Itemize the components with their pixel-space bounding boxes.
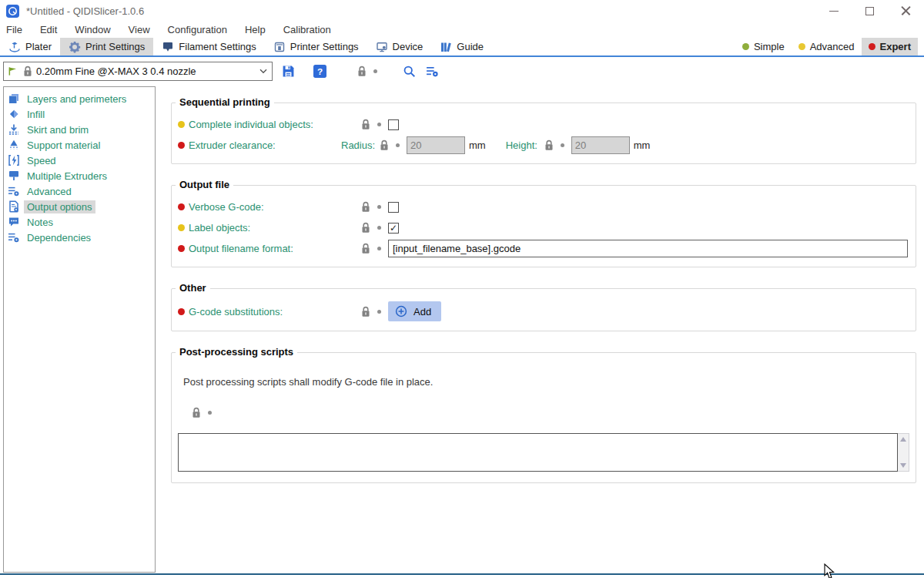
revert-dot-icon <box>208 411 212 415</box>
tab-guide[interactable]: Guide <box>431 38 492 55</box>
search-icon[interactable] <box>403 65 416 78</box>
preset-dropdown[interactable]: 0.20mm Fine @X-MAX 3 0.4 nozzle <box>3 62 273 81</box>
option-row-output-filename-format: Output filename format: <box>178 238 909 259</box>
option-row-gcode-substitutions: G-code substitutions: Add <box>178 300 909 323</box>
tab-bar: Plater Print Settings Filament Settings … <box>0 38 924 57</box>
maximize-button[interactable] <box>852 0 888 22</box>
tab-print-settings[interactable]: Print Settings <box>60 38 153 55</box>
value-revert-dot-icon <box>373 69 377 73</box>
menu-window[interactable]: Window <box>75 24 110 35</box>
minimize-button[interactable] <box>815 0 852 22</box>
tab-label: Print Settings <box>85 41 145 52</box>
add-substitution-button[interactable]: Add <box>388 301 441 321</box>
menu-configuration[interactable]: Configuration <box>168 24 227 35</box>
close-button[interactable] <box>888 0 924 22</box>
output-options-icon <box>8 200 20 213</box>
filament-icon <box>162 41 174 53</box>
group-title: Post-processing scripts <box>176 346 297 358</box>
textarea-scrollbar[interactable] <box>898 433 909 472</box>
tab-label: Plater <box>25 41 52 52</box>
menu-calibration[interactable]: Calibration <box>283 24 331 35</box>
lock-icon[interactable] <box>544 139 554 151</box>
revert-dot-icon <box>377 205 381 209</box>
menu-help[interactable]: Help <box>245 24 266 35</box>
sidebar-item-multiple-extruders[interactable]: Multiple Extruders <box>4 168 155 183</box>
post-processing-lock-row <box>192 407 909 418</box>
mode-simple[interactable]: Simple <box>735 38 792 55</box>
menu-view[interactable]: View <box>129 24 150 35</box>
dependencies-icon <box>8 231 20 244</box>
sidebar-item-dependencies[interactable]: Dependencies <box>4 230 155 245</box>
gear-icon <box>69 41 81 53</box>
lock-icon[interactable] <box>380 139 389 151</box>
group-title: Other <box>176 282 210 294</box>
label-objects-checkbox[interactable]: ✓ <box>388 223 399 234</box>
device-icon <box>376 41 388 53</box>
lock-icon[interactable] <box>361 119 370 130</box>
help-icon[interactable]: ? <box>313 65 326 78</box>
revert-dot-icon <box>377 310 381 314</box>
plater-icon <box>8 41 21 53</box>
group-title: Sequential printing <box>176 96 274 108</box>
sidebar-item-skirt-and-brim[interactable]: Skirt and brim <box>4 122 155 137</box>
sidebar-item-advanced[interactable]: Advanced <box>4 183 155 199</box>
group-sequential-printing: Sequential printing Complete individual … <box>171 102 916 164</box>
printer-icon <box>273 41 286 53</box>
speed-icon <box>8 154 20 166</box>
revert-dot-icon <box>377 247 381 250</box>
mode-label: Advanced <box>810 41 855 52</box>
save-icon[interactable] <box>282 65 295 78</box>
search-settings-icon[interactable] <box>426 65 439 78</box>
option-flag-red-icon <box>178 142 185 149</box>
sidebar-item-support-material[interactable]: Support material <box>4 137 155 153</box>
option-row-complete-individual-objects: Complete individual objects: <box>178 114 909 135</box>
mode-expert[interactable]: Expert <box>862 38 918 55</box>
extruder-clearance-radius-input[interactable] <box>407 136 465 154</box>
lock-icon[interactable] <box>361 243 370 254</box>
tab-plater[interactable]: Plater <box>0 38 60 55</box>
scroll-up-icon[interactable] <box>900 437 906 442</box>
lock-icon[interactable] <box>361 306 370 318</box>
sidebar-item-infill[interactable]: Infill <box>4 106 155 122</box>
tab-label: Device <box>393 41 424 52</box>
verbose-gcode-checkbox[interactable] <box>388 202 399 213</box>
tab-label: Guide <box>457 41 484 52</box>
notes-icon <box>8 216 20 228</box>
tab-filament-settings[interactable]: Filament Settings <box>153 38 264 55</box>
mode-label: Expert <box>880 41 911 52</box>
lock-icon <box>23 66 32 77</box>
revert-dot-icon <box>377 226 381 230</box>
lock-icon[interactable] <box>361 201 370 213</box>
output-filename-format-input[interactable] <box>388 240 908 257</box>
plus-circle-icon <box>395 305 407 318</box>
sidebar-item-notes[interactable]: Notes <box>4 214 155 230</box>
menu-file[interactable]: File <box>6 24 22 35</box>
menu-bar: File Edit Window View Configuration Help… <box>0 22 924 38</box>
sidebar-item-layers-and-perimeters[interactable]: Layers and perimeters <box>4 91 155 106</box>
tab-printer-settings[interactable]: Printer Settings <box>265 38 367 55</box>
advanced-icon <box>8 185 20 197</box>
dropdown-chevron-icon <box>259 69 267 74</box>
extruder-clearance-height-input[interactable] <box>571 136 630 154</box>
sidebar-item-output-options[interactable]: Output options <box>4 199 155 214</box>
mode-advanced[interactable]: Advanced <box>792 38 862 55</box>
lock-icon[interactable] <box>361 222 370 234</box>
maximize-icon <box>865 7 874 15</box>
lock-icon[interactable] <box>357 66 367 77</box>
advanced-mode-dot-icon <box>798 43 805 50</box>
skirt-brim-icon <box>8 123 20 136</box>
support-material-icon <box>8 139 20 151</box>
option-row-label-objects: Label objects: ✓ <box>178 217 909 238</box>
lock-icon[interactable] <box>192 407 201 418</box>
post-processing-scripts-textarea[interactable] <box>178 433 898 472</box>
option-flag-yellow-icon <box>178 121 185 128</box>
complete-individual-objects-checkbox[interactable] <box>388 119 399 130</box>
simple-mode-dot-icon <box>742 43 749 50</box>
menu-edit[interactable]: Edit <box>40 24 57 35</box>
sidebar-item-speed[interactable]: Speed <box>4 153 155 168</box>
title-bar: *Untitled - QIDISlicer-1.0.6 <box>0 0 924 22</box>
option-row-verbose-gcode: Verbose G-code: <box>178 197 909 217</box>
scroll-down-icon[interactable] <box>900 463 906 468</box>
output-options-page: Sequential printing Complete individual … <box>171 86 916 504</box>
tab-device[interactable]: Device <box>367 38 432 55</box>
